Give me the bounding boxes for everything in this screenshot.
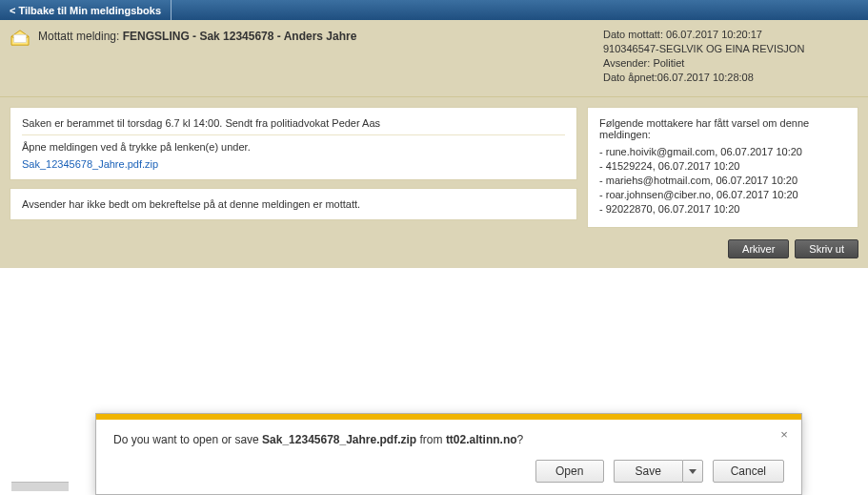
prompt-host: tt02.altinn.no	[446, 433, 517, 446]
save-dropdown-button[interactable]	[682, 460, 703, 483]
prompt-filename: Sak_12345678_Jahre.pdf.zip	[262, 433, 416, 446]
message-body-box: Saken er berammet til torsdag 6.7 kl 14:…	[10, 107, 577, 180]
message-header-panel: Mottatt melding: FENGSLING - Sak 1234567…	[0, 20, 868, 97]
open-button[interactable]: Open	[535, 460, 604, 483]
close-icon[interactable]: ×	[777, 427, 792, 443]
recipient-item: - roar.johnsen@ciber.no, 06.07.2017 10:2…	[599, 189, 846, 200]
back-to-inbox-tab[interactable]: < Tilbake til Min meldingsboks	[0, 0, 172, 20]
taskbar-fragment	[11, 482, 69, 491]
subject-label: Mottatt melding:	[38, 30, 123, 43]
recipient-item: - 41529224, 06.07.2017 10:20	[599, 160, 846, 172]
recipient-item: - 92022870, 06.07.2017 10:20	[599, 203, 846, 215]
prompt-suffix: ?	[517, 433, 524, 446]
message-subject: Mottatt melding: FENGSLING - Sak 1234567…	[38, 28, 356, 43]
confirmation-box: Avsender har ikke bedt om bekreftelse på…	[10, 188, 577, 220]
archive-button[interactable]: Arkiver	[728, 239, 789, 258]
top-bar: < Tilbake til Min meldingsboks	[0, 0, 868, 20]
cancel-button[interactable]: Cancel	[713, 460, 784, 483]
message-body-text: Saken er berammet til torsdag 6.7 kl 14:…	[22, 117, 565, 129]
confirmation-text: Avsender har ikke bedt om bekreftelse på…	[22, 198, 565, 210]
recipients-heading: Følgende mottakere har fått varsel om de…	[599, 117, 846, 140]
subject-value: FENGSLING - Sak 12345678 - Anders Jahre	[123, 30, 357, 43]
download-prompt-text: Do you want to open or save Sak_12345678…	[113, 433, 784, 446]
save-button[interactable]: Save	[614, 460, 682, 483]
chevron-down-icon	[689, 469, 696, 474]
download-notification-bar: × Do you want to open or save Sak_123456…	[95, 413, 802, 495]
svg-rect-1	[14, 34, 27, 42]
prompt-prefix: Do you want to open or save	[113, 433, 262, 446]
print-button[interactable]: Skriv ut	[795, 239, 858, 258]
open-instruction: Åpne meldingen ved å trykke på lenken(e)…	[22, 141, 565, 153]
meta-org: 910346547-SEGLVIK OG EINA REVISJON	[603, 42, 858, 56]
prompt-middle: from	[416, 433, 446, 446]
recipients-panel: Følgende mottakere har fått varsel om de…	[587, 107, 858, 228]
mail-open-icon	[10, 30, 30, 47]
attachment-link[interactable]: Sak_12345678_Jahre.pdf.zip	[22, 158, 158, 170]
recipient-item: - mariehs@hotmail.com, 06.07.2017 10:20	[599, 175, 846, 186]
meta-sender: Avsender: Politiet	[603, 56, 858, 71]
meta-opened: Dato åpnet:06.07.2017 10:28:08	[603, 71, 858, 85]
content-area: Saken er berammet til torsdag 6.7 kl 14:…	[0, 97, 868, 237]
save-split-button: Save	[614, 460, 703, 483]
meta-received: Dato mottatt: 06.07.2017 10:20:17	[603, 28, 858, 42]
message-meta: Dato mottatt: 06.07.2017 10:20:17 910346…	[603, 28, 858, 85]
recipient-item: - rune.hoivik@gmail.com, 06.07.2017 10:2…	[599, 146, 846, 157]
actions-bar: Arkiver Skriv ut	[0, 237, 868, 268]
divider	[22, 134, 565, 135]
